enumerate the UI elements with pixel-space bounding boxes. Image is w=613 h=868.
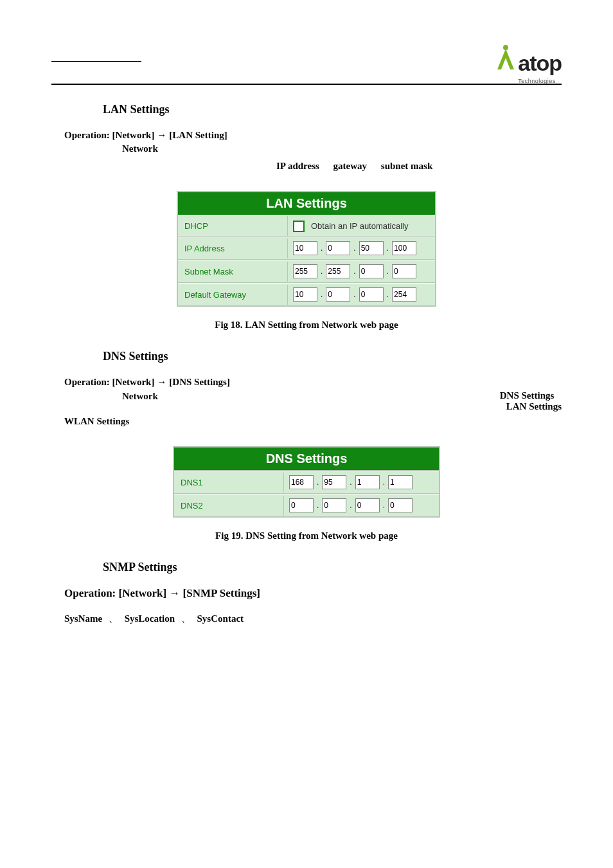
arrow-icon: → (157, 129, 169, 140)
op-prefix: Operation: [Network] (64, 587, 166, 599)
dot-icon: . (320, 267, 323, 276)
dot-icon: . (353, 244, 356, 253)
dot-icon: . (349, 478, 352, 487)
dot-icon: . (316, 501, 319, 510)
operation-line-dns: Operation: [Network] → [DNS Settings] (64, 376, 549, 388)
dns2-octet-3[interactable] (355, 498, 380, 512)
dns2-octet-2[interactable] (322, 498, 346, 512)
row-gateway: Default Gateway . . . (178, 283, 435, 305)
row-ip: IP Address . . . (178, 237, 435, 260)
dot-icon: . (353, 267, 356, 276)
label-subnet: Subnet Mask (178, 262, 288, 282)
right-lan-settings: LAN Settings (506, 401, 562, 412)
sys-line: SysName 、 SysLocation 、 SysContact (64, 613, 549, 625)
right-dns-settings: DNS Settings (500, 390, 562, 401)
op-target: [DNS Settings] (169, 377, 230, 387)
arrow-icon: → (169, 587, 182, 599)
operation-line-snmp: Operation: [Network] → [SNMP Settings] (64, 587, 549, 600)
header-underline (51, 61, 141, 62)
dot-icon: . (382, 501, 386, 510)
op-prefix: Operation: [Network] (64, 130, 154, 140)
dot-icon: . (386, 267, 389, 276)
separator-icon: 、 (181, 613, 191, 625)
wlan-settings-label: WLAN Settings (64, 416, 549, 427)
label-gateway: Default Gateway (178, 285, 288, 305)
row-dhcp: DHCP Obtain an IP automatically (178, 215, 435, 237)
dns-settings-panel: DNS Settings DNS1 . . . DNS2 . . (173, 446, 440, 518)
gw-octet-4[interactable] (392, 287, 416, 302)
op-target: [LAN Setting] (169, 130, 227, 140)
dhcp-checkbox[interactable] (293, 221, 305, 232)
gw-octet-1[interactable] (293, 287, 317, 302)
sn-octet-4[interactable] (392, 264, 416, 278)
label-dns2: DNS2 (174, 496, 284, 516)
dns1-octet-3[interactable] (355, 475, 380, 489)
sn-octet-2[interactable] (326, 264, 350, 278)
label-dhcp: DHCP (178, 216, 288, 236)
header-rule (51, 84, 562, 85)
lan-label-line: IP address gateway subnet mask (276, 161, 549, 172)
separator-icon: 、 (109, 613, 118, 625)
brand-mark-icon (495, 45, 517, 71)
dns1-octet-1[interactable] (289, 475, 314, 489)
dns2-octet-4[interactable] (388, 498, 413, 512)
label-dns1: DNS1 (174, 473, 284, 493)
row-subnet: Subnet Mask . . . (178, 260, 435, 283)
panel-title-dns: DNS Settings (174, 448, 439, 471)
sn-octet-1[interactable] (293, 264, 317, 278)
caption-dns: Fig 19. DNS Setting from Network web pag… (64, 530, 549, 541)
ip-octet-3[interactable] (359, 241, 384, 255)
row-dns1: DNS1 . . . (174, 471, 439, 494)
sys-location: SysLocation (125, 613, 175, 624)
dot-icon: . (386, 290, 389, 299)
sys-name: SysName (64, 613, 102, 624)
svg-point-0 (503, 45, 508, 50)
brand-logo: atop Technologies (495, 45, 562, 86)
section-heading-lan: LAN Settings (103, 103, 549, 116)
dns2-octet-1[interactable] (289, 498, 314, 512)
section-heading-dns: DNS Settings (103, 350, 549, 363)
dot-icon: . (353, 290, 356, 299)
sub-network-lan: Network (122, 143, 549, 154)
sn-octet-3[interactable] (359, 264, 384, 278)
dot-icon: . (382, 478, 386, 487)
dot-icon: . (349, 501, 352, 510)
gw-octet-3[interactable] (359, 287, 384, 302)
label-ip-address: IP Address (178, 239, 288, 258)
dns1-octet-4[interactable] (388, 475, 413, 489)
ip-octet-4[interactable] (392, 241, 416, 255)
label-gw: gateway (333, 161, 368, 171)
ip-octet-1[interactable] (293, 241, 317, 255)
dhcp-text: Obtain an IP automatically (311, 221, 409, 231)
lan-settings-panel: LAN Settings DHCP Obtain an IP automatic… (177, 191, 436, 307)
brand-name: atop (518, 51, 562, 75)
row-dns2: DNS2 . . . (174, 494, 439, 516)
sys-contact: SysContact (197, 613, 244, 624)
dot-icon: . (316, 478, 319, 487)
caption-lan: Fig 18. LAN Setting from Network web pag… (64, 320, 549, 330)
op-prefix: Operation: [Network] (64, 377, 154, 387)
label-sn: subnet mask (381, 161, 432, 171)
section-heading-snmp: SNMP Settings (103, 561, 549, 574)
dns1-octet-2[interactable] (322, 475, 346, 489)
ip-octet-2[interactable] (326, 241, 350, 255)
arrow-icon: → (157, 376, 169, 387)
gw-octet-2[interactable] (326, 287, 350, 302)
panel-title-lan: LAN Settings (178, 192, 435, 215)
sub-network-dns: Network (122, 391, 158, 402)
dot-icon: . (386, 244, 389, 253)
dot-icon: . (320, 290, 323, 299)
operation-line-lan: Operation: [Network] → [LAN Setting] (64, 129, 549, 141)
op-target: [SNMP Settings] (183, 587, 260, 599)
label-ip: IP address (276, 161, 319, 171)
dot-icon: . (320, 244, 323, 253)
